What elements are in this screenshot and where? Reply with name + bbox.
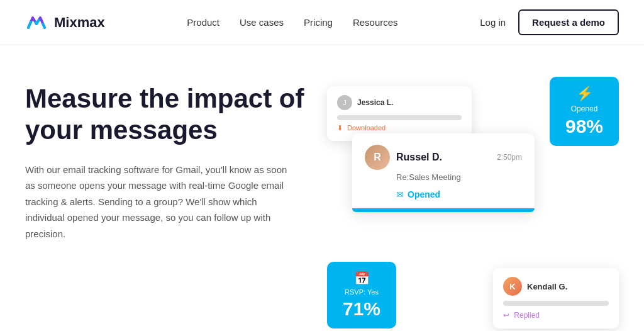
email-line-1 <box>337 115 462 120</box>
russel-status: Opened <box>408 189 440 199</box>
kendall-email-line <box>503 301 609 306</box>
rsvp-percent: 71% <box>337 298 386 320</box>
russel-subject: Re:Sales Meeting <box>365 172 522 182</box>
downloaded-status: ⬇ Downloaded <box>337 124 462 132</box>
hero-visuals: ⚡ Opened 98% J Jessica L. ⬇ Downloaded R… <box>327 77 619 331</box>
russel-avatar: R <box>365 145 390 170</box>
nav-product[interactable]: Product <box>187 17 219 28</box>
calendar-icon: 📅 <box>337 271 386 286</box>
card-blue-bar <box>352 208 535 212</box>
rsvp-label: RSVP: Yes <box>337 288 386 296</box>
logo[interactable]: Mixmax <box>25 11 105 34</box>
nav-use-cases[interactable]: Use cases <box>240 17 284 28</box>
bolt-icon: ⚡ <box>560 86 609 102</box>
logo-text: Mixmax <box>54 14 105 31</box>
card-jessica-email: J Jessica L. ⬇ Downloaded <box>327 86 472 141</box>
navigation: Mixmax Product Use cases Pricing Resourc… <box>0 0 644 45</box>
kendall-name: Kendall G. <box>527 282 609 291</box>
russel-time: 2:50pm <box>497 153 522 162</box>
kendall-avatar: K <box>503 277 522 296</box>
opened-label: Opened <box>560 104 609 113</box>
card-opened-stat: ⚡ Opened 98% <box>550 77 619 146</box>
card-russel-email: R Russel D. 2:50pm Re:Sales Meeting ✉ Op… <box>352 133 535 212</box>
reply-icon: ↩ <box>503 311 509 320</box>
logo-icon <box>25 11 48 34</box>
opened-percent: 98% <box>560 116 609 137</box>
nav-pricing[interactable]: Pricing <box>304 17 333 28</box>
hero-content: Measure the impact of your messages With… <box>25 77 327 242</box>
login-link[interactable]: Log in <box>480 17 506 28</box>
jessica-avatar: J <box>337 95 352 110</box>
envelope-icon: ✉ <box>396 189 404 199</box>
request-demo-button[interactable]: Request a demo <box>518 9 619 35</box>
card-kendall-email: K Kendall G. ↩ Replied <box>493 268 619 328</box>
card-rsvp-stat: 📅 RSVP: Yes 71% <box>327 262 396 328</box>
jessica-name: Jessica L. <box>357 98 393 107</box>
nav-links: Product Use cases Pricing Resources <box>187 17 397 28</box>
hero-section: Measure the impact of your messages With… <box>0 45 644 331</box>
download-icon: ⬇ <box>337 124 343 132</box>
nav-actions: Log in Request a demo <box>480 9 619 35</box>
hero-description: With our email tracking software for Gma… <box>25 162 296 242</box>
replied-status: ↩ Replied <box>503 311 609 320</box>
nav-resources[interactable]: Resources <box>353 17 398 28</box>
russel-name: Russel D. <box>396 152 491 163</box>
hero-title: Measure the impact of your messages <box>25 83 327 147</box>
